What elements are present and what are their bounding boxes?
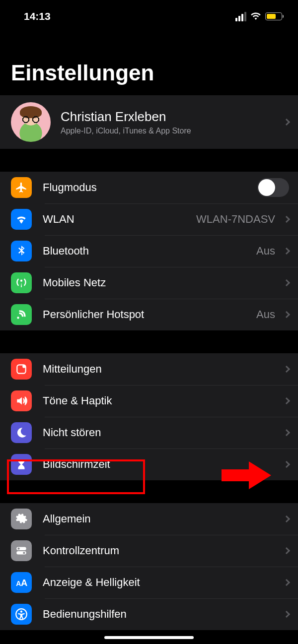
notifications-icon: [11, 359, 32, 380]
aa-icon: AA: [11, 572, 32, 593]
svg-point-9: [20, 610, 22, 612]
svg-text:A: A: [21, 578, 27, 588]
wifi-icon: [250, 12, 261, 20]
settings-row-cellular[interactable]: Mobiles Netz: [0, 267, 298, 299]
home-indicator: [104, 636, 194, 639]
status-indicators: [235, 12, 282, 21]
battery-icon: [265, 12, 282, 20]
chevron-right-icon: [283, 429, 290, 436]
wifi-icon: [11, 209, 32, 230]
settings-row-hotspot[interactable]: Persönlicher HotspotAus: [0, 299, 298, 330]
row-label: Bildschirmzeit: [43, 458, 280, 471]
row-label: Allgemein: [43, 513, 280, 525]
settings-row-gear[interactable]: Allgemein: [0, 503, 298, 535]
bluetooth-icon: [11, 241, 32, 261]
row-label: Mitteilungen: [43, 363, 280, 376]
row-detail: Aus: [256, 245, 275, 258]
toggle-switch[interactable]: [257, 178, 289, 197]
settings-group: MitteilungenTöne & HaptikNicht störenBil…: [0, 353, 298, 480]
apple-id-row[interactable]: Christian Erxleben Apple-ID, iCloud, iTu…: [0, 95, 298, 149]
settings-row-wifi[interactable]: WLANWLAN-7NDASV: [0, 203, 298, 235]
chevron-right-icon: [283, 515, 290, 522]
row-label: Nicht stören: [43, 426, 280, 439]
row-label: Persönlicher Hotspot: [43, 308, 256, 321]
settings-group: AllgemeinKontrollzentrumAAAnzeige & Hell…: [0, 503, 298, 630]
moon-icon: [11, 422, 32, 443]
chevron-right-icon: [283, 216, 290, 223]
chevron-right-icon: [283, 248, 290, 255]
settings-row-moon[interactable]: Nicht stören: [0, 417, 298, 449]
hourglass-icon: [11, 454, 32, 475]
accessibility-icon: [11, 604, 32, 625]
settings-row-sounds[interactable]: Töne & Haptik: [0, 385, 298, 417]
profile-name: Christian Erxleben: [61, 109, 270, 125]
chevron-right-icon: [283, 279, 290, 286]
svg-point-1: [22, 365, 25, 368]
switches-icon: [11, 540, 32, 561]
settings-row-hourglass[interactable]: Bildschirmzeit: [0, 449, 298, 480]
chevron-right-icon: [283, 547, 290, 554]
svg-point-3: [17, 548, 19, 550]
settings-row-notifications[interactable]: Mitteilungen: [0, 353, 298, 385]
row-label: Kontrollzentrum: [43, 544, 280, 557]
row-label: Anzeige & Helligkeit: [43, 576, 280, 589]
profile-text: Christian Erxleben Apple-ID, iCloud, iTu…: [61, 109, 270, 135]
row-label: Töne & Haptik: [43, 394, 280, 407]
page-title: Einstellungen: [0, 26, 298, 95]
status-time: 14:13: [24, 10, 51, 22]
airplane-icon: [11, 177, 32, 198]
chevron-right-icon: [283, 311, 290, 318]
svg-point-5: [23, 552, 25, 554]
gear-icon: [11, 509, 32, 529]
settings-row-aa[interactable]: AAAnzeige & Helligkeit: [0, 567, 298, 598]
settings-row-bluetooth[interactable]: BluetoothAus: [0, 235, 298, 267]
chevron-right-icon: [283, 119, 290, 126]
settings-row-airplane[interactable]: Flugmodus: [0, 172, 298, 203]
hotspot-icon: [11, 304, 32, 325]
row-label: Flugmodus: [43, 181, 257, 194]
row-label: WLAN: [43, 213, 196, 226]
profile-group: Christian Erxleben Apple-ID, iCloud, iTu…: [0, 95, 298, 149]
chevron-right-icon: [283, 579, 290, 586]
settings-row-accessibility[interactable]: Bedienungshilfen: [0, 598, 298, 630]
row-label: Bluetooth: [43, 245, 256, 258]
settings-group: FlugmodusWLANWLAN-7NDASVBluetoothAusMobi…: [0, 172, 298, 330]
chevron-right-icon: [283, 397, 290, 404]
row-detail: WLAN-7NDASV: [196, 213, 275, 226]
chevron-right-icon: [283, 461, 290, 468]
chevron-right-icon: [283, 366, 290, 373]
cellular-signal-icon: [235, 12, 246, 21]
row-label: Bedienungshilfen: [43, 608, 280, 621]
row-label: Mobiles Netz: [43, 276, 280, 289]
row-detail: Aus: [256, 308, 275, 321]
avatar: [11, 102, 51, 142]
cellular-icon: [11, 272, 32, 293]
status-bar: 14:13: [0, 0, 298, 26]
svg-text:A: A: [16, 580, 21, 587]
chevron-right-icon: [283, 611, 290, 618]
profile-subtitle: Apple-ID, iCloud, iTunes & App Store: [61, 127, 270, 135]
sounds-icon: [11, 390, 32, 411]
settings-row-switches[interactable]: Kontrollzentrum: [0, 535, 298, 567]
